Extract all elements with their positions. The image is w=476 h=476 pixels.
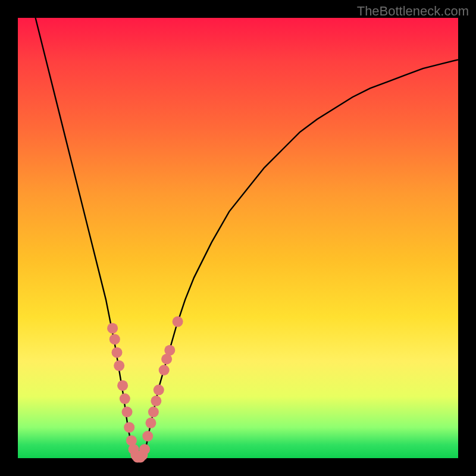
data-point: [145, 418, 156, 428]
data-point: [120, 393, 130, 404]
data-point: [164, 345, 175, 356]
data-point: [173, 317, 183, 327]
data-point: [109, 334, 120, 345]
data-point: [107, 323, 118, 334]
chart-frame: TheBottleneck.com: [0, 0, 476, 476]
data-point: [139, 444, 150, 455]
watermark-text: TheBottleneck.com: [357, 4, 469, 19]
data-point: [122, 406, 133, 417]
plot-area: [18, 18, 458, 458]
data-point: [114, 361, 124, 371]
bottleneck-curve: [36, 18, 458, 458]
data-point: [112, 347, 123, 358]
plot-svg: [18, 18, 458, 458]
data-point: [142, 431, 153, 441]
data-point: [148, 406, 159, 417]
dot-cluster: [107, 317, 183, 463]
data-point: [154, 384, 164, 395]
data-point: [151, 396, 161, 406]
data-point: [124, 422, 134, 433]
data-point: [117, 380, 128, 391]
data-point: [159, 365, 170, 375]
